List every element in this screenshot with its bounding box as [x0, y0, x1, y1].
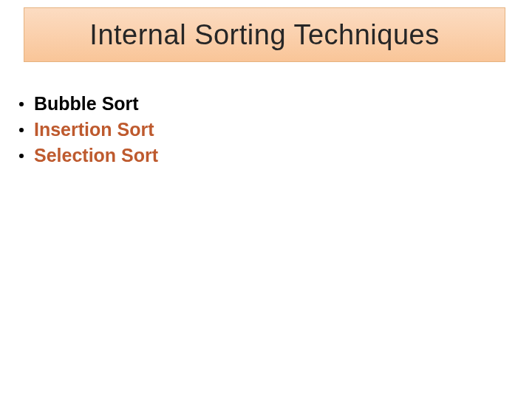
bullet-icon	[19, 154, 24, 158]
item-label: Bubble Sort	[34, 93, 139, 115]
list-item: Selection Sort	[19, 145, 158, 166]
bullet-icon	[19, 128, 24, 132]
list-item: Bubble Sort	[19, 93, 158, 115]
item-label: Selection Sort	[34, 145, 158, 166]
bullet-icon	[19, 102, 24, 106]
list-item: Insertion Sort	[19, 119, 158, 140]
bullet-list: Bubble Sort Insertion Sort Selection Sor…	[19, 93, 158, 171]
slide-title: Internal Sorting Techniques	[89, 19, 439, 51]
title-box: Internal Sorting Techniques	[24, 7, 505, 62]
item-label: Insertion Sort	[34, 119, 154, 140]
